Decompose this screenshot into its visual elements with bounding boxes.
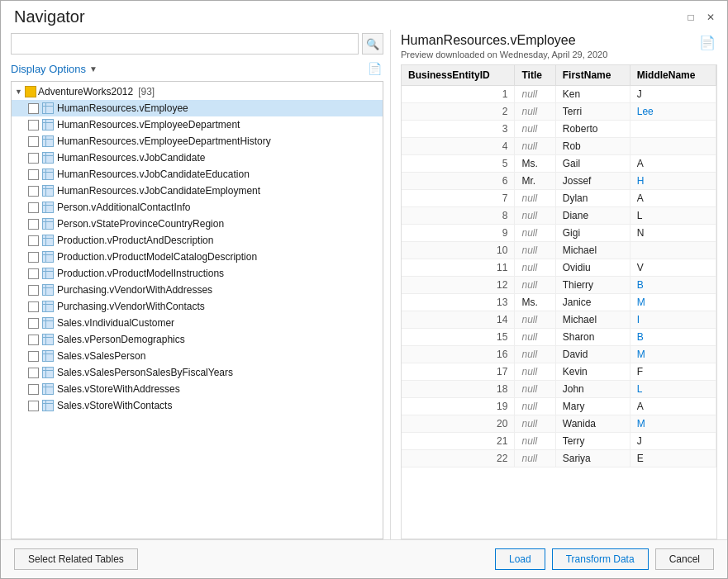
tree-item[interactable]: HumanResources.vJobCandidateEmployment <box>12 183 383 199</box>
content-area: 🔍 Display Options ▼ 📄 ▼ AdventureWorks20… <box>1 30 727 539</box>
cell-firstname: Terry <box>555 433 630 450</box>
display-options-label: Display Options <box>11 63 86 75</box>
tree-item[interactable]: HumanResources.vJobCandidate <box>12 149 383 166</box>
table-row: 16nullDavidM <box>402 346 716 363</box>
tree-item[interactable]: Sales.vPersonDemographics <box>12 331 383 348</box>
cell-middlename <box>630 121 716 138</box>
preview-header: HumanResources.vEmployee Preview downloa… <box>401 33 717 59</box>
cell-title: null <box>515 190 555 207</box>
tree-item[interactable]: HumanResources.vEmployeeDepartmentHistor… <box>12 133 383 149</box>
tree-item-label: Sales.vStoreWithContacts <box>57 400 172 411</box>
display-options-button[interactable]: Display Options ▼ <box>11 63 98 75</box>
transform-data-button[interactable]: Transform Data <box>552 548 649 570</box>
tree-item-label: Person.vStateProvinceCountryRegion <box>57 218 224 230</box>
tree-item[interactable]: Sales.vSalesPerson <box>12 348 383 364</box>
right-panel: HumanResources.vEmployee Preview downloa… <box>391 30 717 539</box>
tree-item[interactable]: Sales.vIndividualCustomer <box>12 315 383 331</box>
tree-item[interactable]: Sales.vSalesPersonSalesByFiscalYears <box>12 364 383 381</box>
tree-item[interactable]: Production.vProductModelInstructions <box>12 265 383 282</box>
cell-id: 9 <box>402 225 515 242</box>
table-body: 1nullKenJ2nullTerriLee3nullRoberto4nullR… <box>402 86 716 467</box>
cell-middlename: F <box>630 363 716 381</box>
tree-item-label: Production.vProductAndDescription <box>57 235 213 246</box>
tree-item-label: HumanResources.vEmployeeDepartmentHistor… <box>57 135 271 147</box>
svg-rect-6 <box>43 136 54 147</box>
options-row: Display Options ▼ 📄 <box>11 59 383 78</box>
cell-firstname: Michael <box>555 311 630 329</box>
db-root-item[interactable]: ▼ AdventureWorks2012 [93] <box>12 83 383 100</box>
tree-item[interactable]: Purchasing.vVendorWithAddresses <box>12 282 383 298</box>
footer: Select Related Tables Load Transform Dat… <box>1 539 727 578</box>
table-checkbox <box>28 219 39 230</box>
cell-id: 2 <box>402 103 515 121</box>
tree-item[interactable]: Sales.vStoreWithContacts <box>12 397 383 414</box>
cell-id: 18 <box>402 381 515 398</box>
cell-middlename <box>630 242 716 259</box>
preview-title: HumanResources.vEmployee <box>401 33 607 48</box>
cell-middlename: M <box>630 346 716 363</box>
table-checkbox <box>28 285 39 296</box>
svg-rect-24 <box>43 235 54 246</box>
cell-id: 19 <box>402 398 515 415</box>
table-checkbox <box>28 384 39 395</box>
load-button[interactable]: Load <box>495 548 545 570</box>
table-row: 17nullKevinF <box>402 363 716 381</box>
column-header: Title <box>515 65 555 86</box>
cancel-button[interactable]: Cancel <box>655 548 714 570</box>
svg-rect-54 <box>43 401 54 411</box>
svg-rect-45 <box>43 351 54 362</box>
table-row: 11nullOvidiuV <box>402 259 716 277</box>
tree-item[interactable]: Person.vStateProvinceCountryRegion <box>12 216 383 232</box>
tree-item[interactable]: HumanResources.vEmployee <box>12 100 383 116</box>
cell-id: 13 <box>402 294 515 311</box>
search-button[interactable]: 🔍 <box>362 33 383 55</box>
cell-title: null <box>515 207 555 225</box>
tree-root: ▼ AdventureWorks2012 [93] HumanResources… <box>12 82 383 415</box>
cell-firstname: David <box>555 346 630 363</box>
table-row: 1nullKenJ <box>402 86 716 103</box>
tree-item-label: HumanResources.vJobCandidate <box>57 152 205 164</box>
cell-title: null <box>515 138 555 155</box>
preview-info: HumanResources.vEmployee Preview downloa… <box>401 33 607 59</box>
table-icon <box>42 152 54 164</box>
svg-rect-21 <box>43 219 54 230</box>
tree-item[interactable]: Purchasing.vVendorWithContacts <box>12 298 383 315</box>
tree-item-label: Sales.vSalesPersonSalesByFiscalYears <box>57 367 233 378</box>
refresh-button[interactable]: 📄 <box>365 59 383 78</box>
data-table-wrapper[interactable]: BusinessEntityIDTitleFirstNameMiddleName… <box>401 64 717 539</box>
cell-middlename: A <box>630 155 716 173</box>
cell-middlename: L <box>630 207 716 225</box>
tree-item-label: HumanResources.vEmployee <box>57 102 188 114</box>
cell-middlename <box>630 138 716 155</box>
tree-item[interactable]: HumanResources.vJobCandidateEducation <box>12 166 383 183</box>
table-row: 9nullGigiN <box>402 225 716 242</box>
table-checkbox <box>28 103 39 114</box>
svg-rect-18 <box>43 202 54 213</box>
tree-item[interactable]: Production.vProductAndDescription <box>12 232 383 249</box>
table-checkbox <box>28 252 39 263</box>
footer-left: Select Related Tables <box>14 548 138 570</box>
cell-title: Mr. <box>515 173 555 190</box>
minimize-button[interactable]: □ <box>684 11 697 24</box>
search-input[interactable] <box>11 33 359 55</box>
tree-item[interactable]: Person.vAdditionalContactInfo <box>12 199 383 216</box>
tree-item[interactable]: Sales.vStoreWithAddresses <box>12 381 383 397</box>
cell-title: null <box>515 277 555 294</box>
select-related-button[interactable]: Select Related Tables <box>14 548 138 570</box>
cell-id: 8 <box>402 207 515 225</box>
cell-id: 11 <box>402 259 515 277</box>
table-row: 3nullRoberto <box>402 121 716 138</box>
cell-firstname: Sariya <box>555 450 630 467</box>
tree-item[interactable]: HumanResources.vEmployeeDepartment <box>12 116 383 133</box>
tree-item[interactable]: Production.vProductModelCatalogDescripti… <box>12 249 383 265</box>
svg-rect-33 <box>43 285 54 296</box>
external-link-button[interactable]: 📄 <box>697 33 717 52</box>
svg-rect-30 <box>43 268 54 279</box>
cell-title: null <box>515 311 555 329</box>
column-header: FirstName <box>555 65 630 86</box>
close-button[interactable]: ✕ <box>704 11 717 24</box>
cell-middlename: H <box>630 173 716 190</box>
cell-firstname: Jossef <box>555 173 630 190</box>
tree-item-label: Production.vProductModelInstructions <box>57 268 224 279</box>
cell-firstname: Rob <box>555 138 630 155</box>
